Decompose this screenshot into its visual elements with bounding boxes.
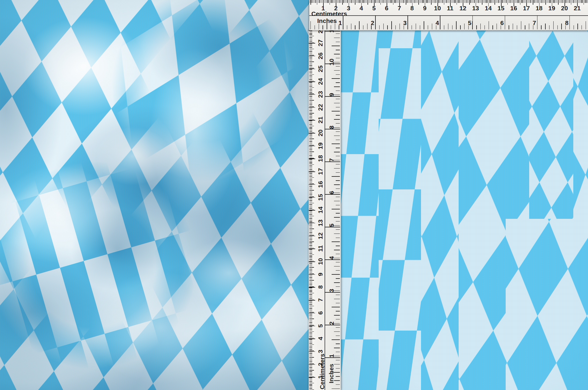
inch-number: 5 xyxy=(328,224,335,227)
inch-number: 6 xyxy=(328,191,335,194)
cm-number: 6 xyxy=(317,311,323,315)
cm-number: 10 xyxy=(434,5,441,11)
cm-number: 16 xyxy=(317,181,323,188)
vertical-ruler: 1234567891011121314151617181920212223242… xyxy=(309,29,341,390)
fabric-fold-patch-rotated xyxy=(0,0,309,390)
inch-number: 7 xyxy=(533,20,536,26)
cm-number: 9 xyxy=(423,5,427,11)
inch-number: 2 xyxy=(328,321,335,325)
cm-number: 15 xyxy=(497,5,504,11)
pattern-band xyxy=(421,31,459,390)
cm-tick xyxy=(309,377,315,378)
cm-number: 18 xyxy=(536,5,542,11)
inch-number: 2 xyxy=(371,20,374,26)
cm-tick xyxy=(309,56,315,56)
cm-number: 12 xyxy=(460,5,466,11)
cm-number: 8 xyxy=(410,5,414,11)
horizontal-ruler: 1234567891011121314151617181920211234567… xyxy=(309,0,588,31)
cm-number: 11 xyxy=(447,5,453,11)
cm-number: 4 xyxy=(360,5,363,11)
centimeters-label: Centimeters xyxy=(319,354,325,389)
centimeters-label: Centimeters xyxy=(311,11,347,17)
inch-tick xyxy=(472,15,473,29)
cm-number: 20 xyxy=(317,129,323,136)
glitch-diamond-pattern xyxy=(341,31,588,390)
cm-number: 21 xyxy=(574,5,581,11)
pattern-band xyxy=(341,31,379,390)
cm-tick xyxy=(309,81,315,82)
cm-tick xyxy=(309,69,315,69)
cm-number: 11 xyxy=(317,245,323,252)
cm-tick xyxy=(309,274,315,275)
inch-number: 4 xyxy=(436,20,439,26)
inch-tick xyxy=(375,15,376,29)
cm-number: 14 xyxy=(317,207,323,214)
cm-number: 27 xyxy=(317,39,323,46)
cm-number: 15 xyxy=(317,194,323,201)
cm-number: 9 xyxy=(317,273,323,276)
inch-number: 1 xyxy=(328,354,335,358)
cm-number: 22 xyxy=(317,104,323,111)
inch-tick xyxy=(440,15,440,29)
cm-number: 13 xyxy=(472,5,479,11)
inch-number: 4 xyxy=(328,256,335,260)
cm-tick xyxy=(309,210,315,211)
cm-tick xyxy=(309,326,315,326)
cm-number: 17 xyxy=(523,5,530,11)
cm-number: 18 xyxy=(317,155,323,162)
inch-tick xyxy=(505,15,505,29)
pattern-band xyxy=(379,31,422,390)
cm-number: 5 xyxy=(372,5,376,11)
cm-tick xyxy=(309,184,315,185)
cm-number: 3 xyxy=(317,350,323,353)
cm-number: 7 xyxy=(398,5,401,11)
cm-number: 4 xyxy=(317,337,323,340)
cm-number: 6 xyxy=(385,5,388,11)
cm-number: 19 xyxy=(548,5,555,11)
cm-number: 5 xyxy=(317,324,323,328)
inch-tick xyxy=(407,15,408,29)
cm-number: 23 xyxy=(317,91,323,98)
cm-number: 12 xyxy=(317,232,323,239)
flat-fabric-swatch xyxy=(341,31,588,390)
inch-number: 8 xyxy=(328,126,335,129)
cm-number: 20 xyxy=(561,5,568,11)
cm-number: 16 xyxy=(510,5,517,11)
cm-number: 25 xyxy=(317,65,323,72)
inches-label: Inches xyxy=(328,364,334,384)
cm-number: 19 xyxy=(317,142,323,149)
cm-number: 10 xyxy=(317,258,323,265)
crumpled-fabric-photo xyxy=(0,0,309,390)
cm-number: 17 xyxy=(317,168,323,175)
cm-tick xyxy=(309,351,315,352)
inch-number: 3 xyxy=(403,20,407,26)
fabric-product-photo: 1234567891011121314151617181920212223242… xyxy=(0,0,588,390)
inch-number: 6 xyxy=(500,20,504,26)
inch-tick xyxy=(343,15,343,29)
cm-number: 24 xyxy=(317,78,323,85)
cm-tick xyxy=(309,313,315,314)
rotated-diamond-pattern xyxy=(0,0,309,390)
cm-number: 14 xyxy=(485,5,492,11)
cm-tick xyxy=(309,249,315,249)
cm-tick xyxy=(309,146,315,146)
cm-number: 13 xyxy=(317,219,323,226)
inch-number: 10 xyxy=(328,59,335,65)
inch-number: 9 xyxy=(328,93,335,96)
inch-tick xyxy=(569,15,570,29)
cm-tick xyxy=(309,159,315,159)
ruler-marks: 1234567891011121314151617181920211234567… xyxy=(309,0,588,30)
cm-tick xyxy=(309,287,315,288)
ruler-marks: 1234567891011121314151617181920212223242… xyxy=(309,29,341,390)
cm-number: 3 xyxy=(347,5,350,11)
cm-tick xyxy=(309,94,315,95)
inch-tick xyxy=(537,15,538,29)
cm-tick xyxy=(309,197,315,198)
inch-number: 3 xyxy=(328,289,335,292)
cm-number: 26 xyxy=(317,52,323,59)
cm-tick xyxy=(309,339,315,339)
cm-tick xyxy=(309,223,315,224)
inch-number: 5 xyxy=(468,20,472,26)
cm-tick xyxy=(309,171,315,172)
pattern-fill xyxy=(0,0,309,390)
